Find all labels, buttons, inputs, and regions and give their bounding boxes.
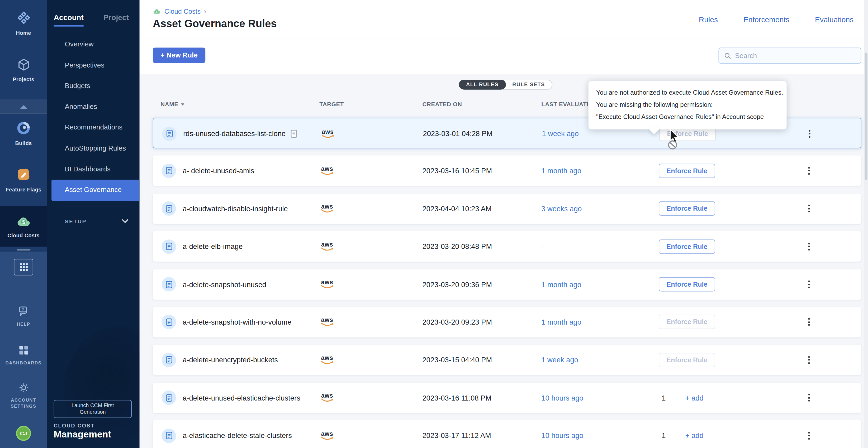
sidebar-item-asset-governance[interactable]: Asset Governance [52,180,140,201]
scrollbar-thumb[interactable] [865,53,867,179]
rail-item-help[interactable]: ? HELP [0,305,47,328]
row-menu-kebab[interactable] [804,307,814,337]
table-row[interactable]: a-delete-elb-image aws 2023-03-20 08:48 … [153,231,861,262]
sidebar-item-autostopping-rules[interactable]: AutoStopping Rules [47,138,140,159]
rail-item-cloud-costs[interactable]: $ Cloud Costs [0,215,47,238]
nav-link-rules[interactable]: Rules [699,15,718,24]
tooltip-line-2: You are missing the following permission… [596,98,779,110]
row-menu-kebab[interactable] [804,269,814,300]
rule-last-evaluation[interactable]: 10 hours ago [541,420,583,448]
table-row[interactable]: a-delete-unused-elasticache-clusters aws… [153,383,861,413]
aws-swoosh [320,360,334,365]
rule-last-evaluation[interactable]: 10 hours ago [541,383,583,413]
rail-item-dashboards[interactable]: DASHBOARDS [0,344,47,367]
page-title: Asset Governance Rules [153,18,277,30]
table-row[interactable]: a- delete-unused-amis aws 2023-03-16 10:… [153,156,861,186]
rail-item-builds[interactable]: Builds [0,120,47,146]
module-picker-button[interactable] [14,259,33,276]
rule-doc-icon [165,167,172,175]
aws-swoosh [320,285,334,289]
builds-icon [16,120,31,136]
rule-last-evaluation[interactable]: 1 month ago [541,156,581,186]
enforce-rule-button[interactable]: Enforce Rule [659,277,715,291]
rule-name: a-cloudwatch-disable-insight-rule [183,194,288,224]
sidebar-item-perspectives[interactable]: Perspectives [47,55,140,76]
aws-target-logo: aws [321,242,333,247]
sidebar-item-setup[interactable]: SETUP [47,215,140,228]
table-row[interactable]: a-cloudwatch-disable-insight-rule aws 20… [153,194,861,224]
new-rule-button[interactable]: + New Rule [153,47,205,63]
rule-name: a-delete-unencrypted-buckets [183,345,278,375]
rule-target: aws [319,345,335,375]
search-input[interactable] [735,52,856,59]
nav-link-evaluations[interactable]: Evaluations [815,15,854,24]
table-row[interactable]: a-elasticache-delete-stale-clusters aws … [153,420,861,448]
sidebar-item-bi-dashboards[interactable]: BI Dashboards [47,159,140,180]
tab-project[interactable]: Project [103,13,129,26]
rule-target: aws [319,231,335,262]
tab-account[interactable]: Account [54,13,83,26]
rule-last-evaluation[interactable]: - [541,231,544,262]
enforce-rule-button[interactable]: Enforce Rule [659,315,715,329]
aws-target-logo: aws [322,129,334,134]
sidebar-item-overview[interactable]: Overview [47,34,140,55]
rule-last-evaluation[interactable]: 1 week ago [541,345,578,375]
row-menu-kebab[interactable] [804,420,814,448]
module-eyebrow: CLOUD COST [54,422,94,428]
row-menu-kebab[interactable] [804,231,814,262]
toggle-rule-sets[interactable]: RULE SETS [505,80,552,89]
search-box [719,47,861,64]
rail-label-builds: Builds [0,140,47,146]
rule-last-evaluation[interactable]: 1 month ago [541,307,581,337]
rule-target: aws [319,307,335,337]
row-menu-kebab[interactable] [804,345,814,375]
enforce-rule-button[interactable]: Enforce Rule [659,164,715,178]
rules-table-body: rds-unused-databases-list-clone aws 2023… [153,118,861,448]
rule-icon [161,277,176,291]
table-row[interactable]: a-delete-snapshot-with-no-volume aws 202… [153,307,861,337]
rail-item-projects[interactable]: Projects [0,58,47,82]
tooltip-line-1: You are not authorized to execute Cloud … [596,86,779,98]
aws-swoosh [320,323,334,327]
rule-last-evaluation[interactable]: 1 month ago [541,269,581,300]
breadcrumb-cloud-costs-link[interactable]: Cloud Costs [164,7,200,15]
sidebar-item-budgets[interactable]: Budgets [47,76,140,97]
enforce-rule-button[interactable]: Enforce Rule [659,353,715,367]
column-header-name[interactable]: NAME [160,101,184,107]
aws-target-logo: aws [321,430,333,436]
add-enforcement-link[interactable]: + add [685,383,704,413]
rail-label-help: HELP [0,322,47,328]
page-scrollbar[interactable] [864,0,868,448]
launch-ccm-first-gen-button[interactable]: Launch CCM First Generation [54,400,132,418]
collapse-up-icon [20,105,27,109]
dashboards-icon [18,344,30,356]
row-menu-kebab[interactable] [804,118,814,149]
rules-view-toggle: ALL RULES RULE SETS [459,80,553,90]
svg-text:$: $ [156,10,158,13]
row-menu-kebab[interactable] [804,383,814,413]
rail-item-home[interactable]: Home [0,10,47,36]
add-enforcement-link[interactable]: + add [685,420,704,448]
module-title: Management [54,429,111,440]
rule-last-evaluation[interactable]: 1 week ago [542,118,579,149]
nav-link-enforcements[interactable]: Enforcements [743,15,789,24]
enforce-rule-button[interactable]: Enforce Rule [659,239,715,254]
sidebar-item-recommendations[interactable]: Recommendations [47,117,140,138]
row-menu-kebab[interactable] [804,156,814,186]
rail-item-account-settings[interactable]: ACCOUNT SETTINGS [0,382,47,410]
table-row[interactable]: a-delete-unencrypted-buckets aws 2023-03… [153,345,861,375]
rule-last-evaluation[interactable]: 3 weeks ago [541,194,582,224]
aws-swoosh [320,171,334,176]
copy-icon[interactable] [290,129,298,138]
user-avatar[interactable]: CJ [16,426,31,441]
sidebar-item-anomalies[interactable]: Anomalies [47,97,140,117]
rail-collapse-button[interactable] [0,100,47,114]
aws-target-logo: aws [321,317,333,323]
rule-created-on: 2023-03-16 11:08 PM [422,383,491,413]
row-menu-kebab[interactable] [804,194,814,224]
table-row[interactable]: a-delete-snapshot-unused aws 2023-03-20 … [153,269,861,300]
toggle-all-rules[interactable]: ALL RULES [459,80,506,90]
enforce-rule-button[interactable]: Enforce Rule [659,202,715,216]
rule-doc-icon [165,242,172,250]
rail-item-feature-flags[interactable]: Feature Flags [0,167,47,192]
